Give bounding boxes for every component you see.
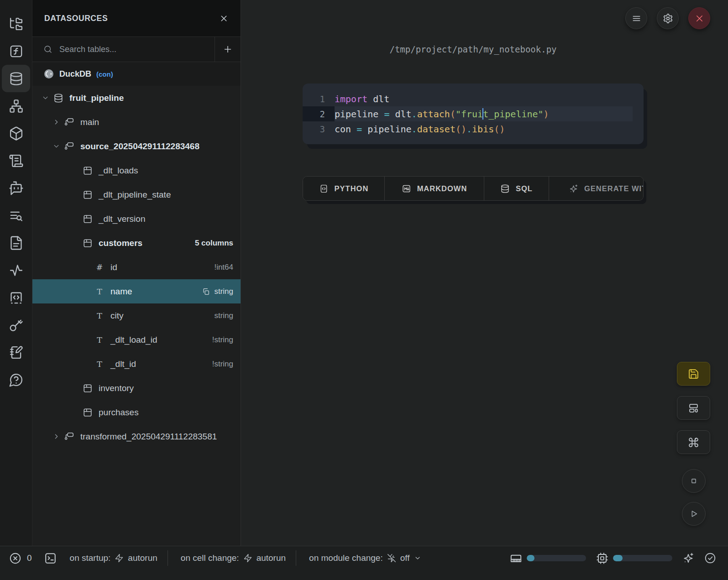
notebook-pen-icon xyxy=(9,345,24,360)
ram-icon xyxy=(510,552,522,564)
add-cell-button-label: SQL xyxy=(516,184,533,193)
add-cell-button-label: PYTHON xyxy=(335,184,369,193)
tree-row-transformed-202504291112283581[interactable]: transformed_202504291112283581 xyxy=(32,424,241,449)
rail-item-secrets[interactable] xyxy=(2,311,30,339)
schema-icon xyxy=(64,432,74,442)
panel-header: DATASOURCES xyxy=(32,0,241,37)
rail-item-documentation[interactable] xyxy=(2,229,30,256)
on-cell-change-config[interactable]: on cell change:autorun xyxy=(181,553,286,563)
connection-name: DuckDB xyxy=(59,69,91,79)
rail-item-file-explorer[interactable] xyxy=(2,10,30,37)
tree-item-meta: !int64 xyxy=(214,263,233,272)
status-config-value: autorun xyxy=(128,553,157,563)
code-token: dataset xyxy=(417,124,456,135)
tree-item-label: id xyxy=(110,262,117,272)
connection-status-button[interactable] xyxy=(704,552,716,564)
tree-row--dlt-pipeline-state[interactable]: _dlt_pipeline_state xyxy=(32,183,241,207)
code-cell[interactable]: 1import dlt2pipeline = dlt.attach("fruit… xyxy=(303,84,644,144)
tree-row-id[interactable]: #id!int64 xyxy=(32,255,241,279)
tree-row-purchases[interactable]: purchases xyxy=(32,400,241,424)
tree-item-label: transformed_202504291112283581 xyxy=(80,432,217,442)
generate-with-ai-button[interactable]: GENERATE WITH AI xyxy=(549,177,643,200)
column-type-label: string xyxy=(214,287,233,296)
add-python-cell-button[interactable]: PYTHON xyxy=(303,177,384,200)
chevron-down-icon[interactable] xyxy=(52,142,60,150)
zap-icon xyxy=(243,554,252,563)
tree-row-fruit-pipeline[interactable]: fruit_pipeline xyxy=(32,86,241,110)
code-text: pipeline = dlt.attach("fruit_pipeline") xyxy=(335,106,633,121)
rail-item-datasources[interactable] xyxy=(2,65,30,92)
add-datasource-button[interactable] xyxy=(215,37,241,62)
copy-icon[interactable] xyxy=(202,287,210,296)
error-count-button[interactable]: 0 xyxy=(9,552,32,564)
code-token: dlt xyxy=(367,94,389,105)
rail-item-snippets[interactable] xyxy=(2,284,30,311)
rail-item-chat[interactable] xyxy=(2,174,30,202)
schema-tree: fruit_pipelinemainsource_202504291112283… xyxy=(32,86,241,546)
search-input[interactable] xyxy=(59,45,215,54)
run-button[interactable] xyxy=(682,502,706,526)
chevron-right-icon[interactable] xyxy=(52,433,60,440)
code-token: = xyxy=(384,109,389,120)
rail-item-scratchpad[interactable] xyxy=(2,339,30,366)
table-icon xyxy=(83,383,93,393)
rail-item-variables[interactable] xyxy=(2,37,30,65)
rail-item-packages[interactable] xyxy=(2,120,30,147)
tree-row--dlt-load-id[interactable]: T_dlt_load_id!string xyxy=(32,328,241,352)
tree-row-source-202504291112283468[interactable]: source_202504291112283468 xyxy=(32,134,241,158)
tree-row-city[interactable]: Tcitystring xyxy=(32,303,241,328)
stop-button[interactable] xyxy=(682,469,706,493)
tree-row--dlt-loads[interactable]: _dlt_loads xyxy=(32,158,241,183)
box-icon xyxy=(9,126,24,141)
zap-off-icon xyxy=(387,554,396,563)
ai-assistant-button[interactable] xyxy=(682,552,694,564)
terminal-button[interactable] xyxy=(44,552,57,565)
tree-row-main[interactable]: main xyxy=(32,110,241,134)
command-icon xyxy=(688,437,699,448)
save-button[interactable] xyxy=(677,362,710,386)
settings-button[interactable] xyxy=(657,7,679,29)
close-panel-button[interactable] xyxy=(219,14,229,23)
memory-usage-bar xyxy=(527,555,586,561)
chevron-down-icon xyxy=(414,554,421,562)
tree-row--dlt-id[interactable]: T_dlt_id!string xyxy=(32,352,241,376)
layout-toggle-button[interactable] xyxy=(677,396,710,420)
tree-item-label: _dlt_version xyxy=(99,214,145,224)
hash-icon: # xyxy=(94,262,105,272)
chevron-right-icon[interactable] xyxy=(52,118,60,126)
tree-item-label: purchases xyxy=(99,408,139,418)
rail-item-help[interactable] xyxy=(2,366,30,393)
menu-button[interactable] xyxy=(625,7,647,29)
database-icon xyxy=(500,184,510,193)
duckdb-logo-icon xyxy=(43,68,54,79)
command-palette-button[interactable] xyxy=(677,430,710,454)
cpu-usage xyxy=(596,552,672,564)
terminal-icon xyxy=(44,552,57,565)
code-token: pipeline xyxy=(335,109,384,120)
add-cell-button-label: MARKDOWN xyxy=(417,184,467,193)
status-config-value: autorun xyxy=(257,553,286,563)
tree-row-name[interactable]: Tnamestring xyxy=(32,279,241,303)
code-square-icon xyxy=(9,290,24,305)
tree-row-inventory[interactable]: inventory xyxy=(32,376,241,400)
svg-text:#: # xyxy=(96,262,103,272)
tree-row-customers[interactable]: customers5 columns xyxy=(32,231,241,255)
on-module-change-config[interactable]: on module change:off xyxy=(309,553,421,563)
add-sql-cell-button[interactable]: SQL xyxy=(484,177,549,200)
chevron-down-icon[interactable] xyxy=(42,94,49,102)
rail-item-tracing[interactable] xyxy=(2,256,30,284)
tree-item-label: _dlt_id xyxy=(110,359,136,369)
table-icon xyxy=(83,408,93,418)
rail-item-logs[interactable] xyxy=(2,202,30,229)
code-token: import xyxy=(335,94,367,105)
tree-row--dlt-version[interactable]: _dlt_version xyxy=(32,207,241,231)
add-cell-buttons: PYTHONMARKDOWNSQLGENERATE WITH AI xyxy=(303,176,644,201)
rail-item-scripts[interactable] xyxy=(2,147,30,174)
connection-row[interactable]: DuckDB (con) xyxy=(32,62,241,86)
rail-item-dependencies[interactable] xyxy=(2,92,30,120)
on-startup-config[interactable]: on startup:autorun xyxy=(70,553,157,563)
shutdown-button[interactable] xyxy=(688,7,710,29)
add-markdown-cell-button[interactable]: MARKDOWN xyxy=(384,177,484,200)
zap-icon xyxy=(115,554,124,563)
status-config-value: off xyxy=(400,553,410,563)
